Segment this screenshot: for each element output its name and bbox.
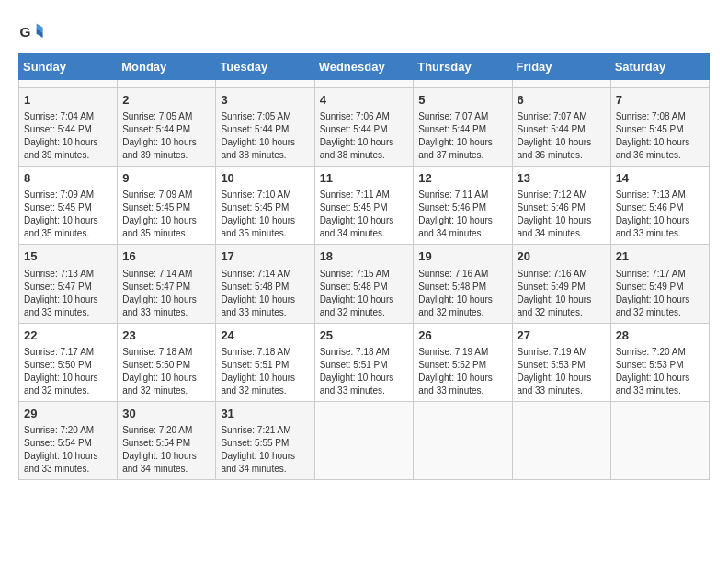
calendar-cell <box>314 401 414 479</box>
day-info: Sunrise: 7:07 AM Sunset: 5:44 PM Dayligh… <box>518 110 606 162</box>
calendar-cell <box>19 80 118 88</box>
calendar-header-row: SundayMondayTuesdayWednesdayThursdayFrid… <box>19 54 710 80</box>
calendar-cell <box>414 80 512 88</box>
day-number: 19 <box>418 248 506 265</box>
day-number: 10 <box>221 170 309 187</box>
day-number: 4 <box>320 92 409 109</box>
calendar-cell <box>118 80 216 88</box>
day-info: Sunrise: 7:04 AM Sunset: 5:44 PM Dayligh… <box>24 110 112 162</box>
day-number: 7 <box>616 92 704 109</box>
day-number: 25 <box>320 327 409 344</box>
day-number: 6 <box>518 92 606 109</box>
day-info: Sunrise: 7:11 AM Sunset: 5:45 PM Dayligh… <box>320 189 409 240</box>
day-info: Sunrise: 7:19 AM Sunset: 5:52 PM Dayligh… <box>418 346 506 397</box>
day-number: 20 <box>518 248 606 265</box>
day-number: 13 <box>518 170 606 187</box>
calendar-cell: 17Sunrise: 7:14 AM Sunset: 5:48 PM Dayli… <box>216 245 314 323</box>
day-number: 23 <box>122 327 210 344</box>
day-number: 5 <box>418 92 506 109</box>
weekday-header-wednesday: Wednesday <box>314 54 414 80</box>
calendar-cell: 27Sunrise: 7:19 AM Sunset: 5:53 PM Dayli… <box>512 323 610 401</box>
calendar-cell: 15Sunrise: 7:13 AM Sunset: 5:47 PM Dayli… <box>19 245 118 323</box>
day-info: Sunrise: 7:14 AM Sunset: 5:48 PM Dayligh… <box>221 268 309 319</box>
day-number: 15 <box>24 248 112 265</box>
day-info: Sunrise: 7:18 AM Sunset: 5:51 PM Dayligh… <box>221 346 309 397</box>
calendar-cell: 20Sunrise: 7:16 AM Sunset: 5:49 PM Dayli… <box>512 245 610 323</box>
day-number: 17 <box>221 248 309 265</box>
day-number: 3 <box>221 92 309 109</box>
page-header: G <box>18 18 710 44</box>
calendar-cell: 8Sunrise: 7:09 AM Sunset: 5:45 PM Daylig… <box>19 167 118 245</box>
calendar-cell: 28Sunrise: 7:20 AM Sunset: 5:53 PM Dayli… <box>610 323 709 401</box>
calendar-week-row: 1Sunrise: 7:04 AM Sunset: 5:44 PM Daylig… <box>19 88 710 167</box>
day-number: 27 <box>518 327 606 344</box>
day-number: 28 <box>616 327 704 344</box>
weekday-header-thursday: Thursday <box>414 54 512 80</box>
day-info: Sunrise: 7:18 AM Sunset: 5:51 PM Dayligh… <box>320 346 409 397</box>
day-number: 2 <box>122 92 210 109</box>
day-info: Sunrise: 7:20 AM Sunset: 5:53 PM Dayligh… <box>616 346 704 397</box>
calendar-cell: 2Sunrise: 7:05 AM Sunset: 5:44 PM Daylig… <box>118 88 216 167</box>
day-number: 9 <box>122 170 210 187</box>
calendar-cell: 30Sunrise: 7:20 AM Sunset: 5:54 PM Dayli… <box>118 401 216 479</box>
day-number: 31 <box>221 406 309 422</box>
day-info: Sunrise: 7:05 AM Sunset: 5:44 PM Dayligh… <box>221 110 309 162</box>
day-info: Sunrise: 7:19 AM Sunset: 5:53 PM Dayligh… <box>518 346 606 397</box>
day-info: Sunrise: 7:05 AM Sunset: 5:44 PM Dayligh… <box>122 110 210 162</box>
day-number: 12 <box>418 170 506 187</box>
calendar-cell: 25Sunrise: 7:18 AM Sunset: 5:51 PM Dayli… <box>314 323 414 401</box>
logo-icon: G <box>18 18 44 44</box>
logo: G <box>18 18 48 44</box>
day-number: 22 <box>24 327 112 344</box>
day-number: 30 <box>122 406 210 422</box>
day-info: Sunrise: 7:21 AM Sunset: 5:55 PM Dayligh… <box>221 424 309 476</box>
calendar-cell: 14Sunrise: 7:13 AM Sunset: 5:46 PM Dayli… <box>610 167 709 245</box>
day-number: 21 <box>616 248 704 265</box>
day-info: Sunrise: 7:18 AM Sunset: 5:50 PM Dayligh… <box>122 346 210 397</box>
day-number: 1 <box>24 92 112 109</box>
calendar-cell <box>610 80 709 88</box>
day-info: Sunrise: 7:20 AM Sunset: 5:54 PM Dayligh… <box>122 424 210 476</box>
calendar-table: SundayMondayTuesdayWednesdayThursdayFrid… <box>18 53 710 480</box>
weekday-header-monday: Monday <box>118 54 216 80</box>
day-info: Sunrise: 7:15 AM Sunset: 5:48 PM Dayligh… <box>320 268 409 319</box>
day-info: Sunrise: 7:20 AM Sunset: 5:54 PM Dayligh… <box>24 424 112 476</box>
weekday-header-sunday: Sunday <box>19 54 118 80</box>
calendar-cell: 22Sunrise: 7:17 AM Sunset: 5:50 PM Dayli… <box>19 323 118 401</box>
calendar-cell: 16Sunrise: 7:14 AM Sunset: 5:47 PM Dayli… <box>118 245 216 323</box>
calendar-week-row <box>19 80 710 88</box>
calendar-cell: 19Sunrise: 7:16 AM Sunset: 5:48 PM Dayli… <box>414 245 512 323</box>
calendar-week-row: 29Sunrise: 7:20 AM Sunset: 5:54 PM Dayli… <box>19 401 710 479</box>
day-info: Sunrise: 7:14 AM Sunset: 5:47 PM Dayligh… <box>122 268 210 319</box>
calendar-cell: 5Sunrise: 7:07 AM Sunset: 5:44 PM Daylig… <box>414 88 512 167</box>
day-info: Sunrise: 7:17 AM Sunset: 5:50 PM Dayligh… <box>24 346 112 397</box>
day-info: Sunrise: 7:09 AM Sunset: 5:45 PM Dayligh… <box>122 189 210 240</box>
calendar-cell: 23Sunrise: 7:18 AM Sunset: 5:50 PM Dayli… <box>118 323 216 401</box>
day-number: 29 <box>24 406 112 422</box>
day-number: 24 <box>221 327 309 344</box>
day-info: Sunrise: 7:09 AM Sunset: 5:45 PM Dayligh… <box>24 189 112 240</box>
calendar-cell: 13Sunrise: 7:12 AM Sunset: 5:46 PM Dayli… <box>512 167 610 245</box>
day-info: Sunrise: 7:07 AM Sunset: 5:44 PM Dayligh… <box>418 110 506 162</box>
calendar-cell <box>414 401 512 479</box>
day-info: Sunrise: 7:13 AM Sunset: 5:46 PM Dayligh… <box>616 189 704 240</box>
day-info: Sunrise: 7:10 AM Sunset: 5:45 PM Dayligh… <box>221 189 309 240</box>
day-info: Sunrise: 7:16 AM Sunset: 5:49 PM Dayligh… <box>518 268 606 319</box>
calendar-cell <box>610 401 709 479</box>
calendar-cell: 24Sunrise: 7:18 AM Sunset: 5:51 PM Dayli… <box>216 323 314 401</box>
calendar-cell <box>512 401 610 479</box>
calendar-week-row: 15Sunrise: 7:13 AM Sunset: 5:47 PM Dayli… <box>19 245 710 323</box>
day-info: Sunrise: 7:12 AM Sunset: 5:46 PM Dayligh… <box>518 189 606 240</box>
calendar-cell: 18Sunrise: 7:15 AM Sunset: 5:48 PM Dayli… <box>314 245 414 323</box>
weekday-header-friday: Friday <box>512 54 610 80</box>
calendar-cell: 11Sunrise: 7:11 AM Sunset: 5:45 PM Dayli… <box>314 167 414 245</box>
calendar-cell <box>314 80 414 88</box>
calendar-cell: 9Sunrise: 7:09 AM Sunset: 5:45 PM Daylig… <box>118 167 216 245</box>
day-info: Sunrise: 7:11 AM Sunset: 5:46 PM Dayligh… <box>418 189 506 240</box>
calendar-cell: 26Sunrise: 7:19 AM Sunset: 5:52 PM Dayli… <box>414 323 512 401</box>
calendar-cell: 7Sunrise: 7:08 AM Sunset: 5:45 PM Daylig… <box>610 88 709 167</box>
day-info: Sunrise: 7:08 AM Sunset: 5:45 PM Dayligh… <box>616 110 704 162</box>
calendar-cell: 10Sunrise: 7:10 AM Sunset: 5:45 PM Dayli… <box>216 167 314 245</box>
calendar-cell: 4Sunrise: 7:06 AM Sunset: 5:44 PM Daylig… <box>314 88 414 167</box>
calendar-cell: 6Sunrise: 7:07 AM Sunset: 5:44 PM Daylig… <box>512 88 610 167</box>
